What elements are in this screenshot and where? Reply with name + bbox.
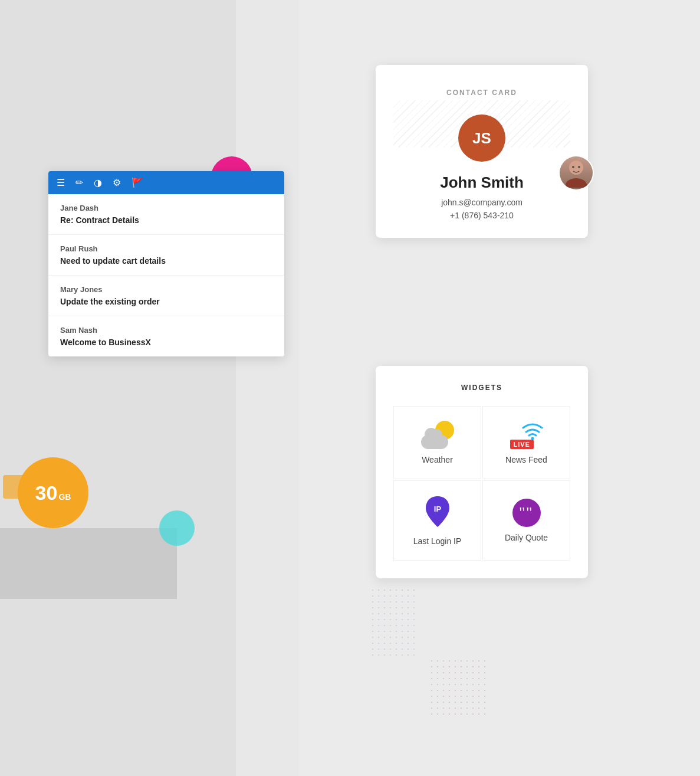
- ip-label: Last Login IP: [413, 536, 462, 546]
- email-subject-3: Update the existing order: [60, 297, 272, 306]
- widgets-title: WIDGETS: [393, 384, 570, 392]
- svg-text:": ": [519, 506, 525, 520]
- folder-icon[interactable]: 🚩: [132, 177, 143, 188]
- contact-phone: +1 (876) 543-210: [393, 211, 570, 220]
- email-subject-1: Re: Contract Details: [60, 215, 272, 225]
- email-item-4[interactable]: Sam Nash Welcome to BusinessX: [48, 316, 284, 356]
- email-item-2[interactable]: Paul Rush Need to update cart details: [48, 235, 284, 276]
- contact-avatar: JS: [458, 114, 505, 162]
- news-icon: LIVE: [510, 421, 543, 449]
- dots-decoration-2: [429, 658, 488, 717]
- settings-icon[interactable]: ⚙: [113, 177, 121, 188]
- email-item-3[interactable]: Mary Jones Update the existing order: [48, 276, 284, 316]
- email-toolbar: ☰ ✏ ◑ ⚙ 🚩: [48, 171, 284, 194]
- email-card: ☰ ✏ ◑ ⚙ 🚩 Jane Dash Re: Contract Details…: [48, 171, 284, 356]
- storage-badge: 30 GB: [18, 457, 88, 528]
- email-sender-4: Sam Nash: [60, 326, 272, 335]
- bg-gray-band: [0, 528, 177, 599]
- edit-icon[interactable]: ✏: [75, 177, 83, 188]
- cloud-body-shape: [421, 435, 448, 449]
- email-sender-1: Jane Dash: [60, 204, 272, 212]
- storage-unit: GB: [58, 492, 71, 502]
- ip-icon: IP: [423, 495, 452, 531]
- menu-icon[interactable]: ☰: [57, 177, 65, 188]
- widget-ip[interactable]: IP Last Login IP: [393, 480, 481, 561]
- quote-icon: " ": [512, 499, 541, 527]
- email-sender-3: Mary Jones: [60, 285, 272, 294]
- storage-number: 30: [35, 483, 58, 503]
- dots-decoration-1: [370, 587, 417, 658]
- contact-photo-image: [560, 156, 593, 189]
- email-item-1[interactable]: Jane Dash Re: Contract Details: [48, 194, 284, 235]
- weather-label: Weather: [422, 455, 453, 464]
- svg-point-1: [566, 178, 587, 188]
- email-subject-4: Welcome to BusinessX: [60, 338, 272, 347]
- svg-text:IP: IP: [433, 505, 441, 513]
- bg-left: [0, 0, 236, 776]
- email-sender-2: Paul Rush: [60, 244, 272, 253]
- widget-weather[interactable]: Weather: [393, 406, 481, 479]
- teal-circle-decoration: [159, 510, 195, 546]
- contact-photo: [558, 155, 594, 191]
- widget-quote[interactable]: " " Daily Quote: [482, 480, 570, 561]
- widgets-card: WIDGETS Weather: [376, 366, 588, 578]
- svg-point-3: [578, 166, 580, 168]
- email-subject-2: Need to update cart details: [60, 256, 272, 266]
- quote-label: Daily Quote: [505, 533, 548, 542]
- contact-email: john.s@company.com: [393, 198, 570, 207]
- weather-icon: [421, 421, 454, 449]
- contact-card-title: CONTACT CARD: [393, 89, 570, 97]
- contact-name: John Smith: [393, 173, 570, 192]
- svg-point-2: [572, 166, 574, 168]
- news-label: News Feed: [505, 455, 547, 464]
- live-badge: LIVE: [510, 440, 534, 449]
- toggle-icon[interactable]: ◑: [94, 177, 102, 188]
- contact-card: CONTACT CARD JS John Smith john.s@compan…: [376, 65, 588, 238]
- widgets-grid: Weather LIVE News Feed: [393, 406, 570, 561]
- widget-news[interactable]: LIVE News Feed: [482, 406, 570, 479]
- svg-text:": ": [526, 506, 533, 520]
